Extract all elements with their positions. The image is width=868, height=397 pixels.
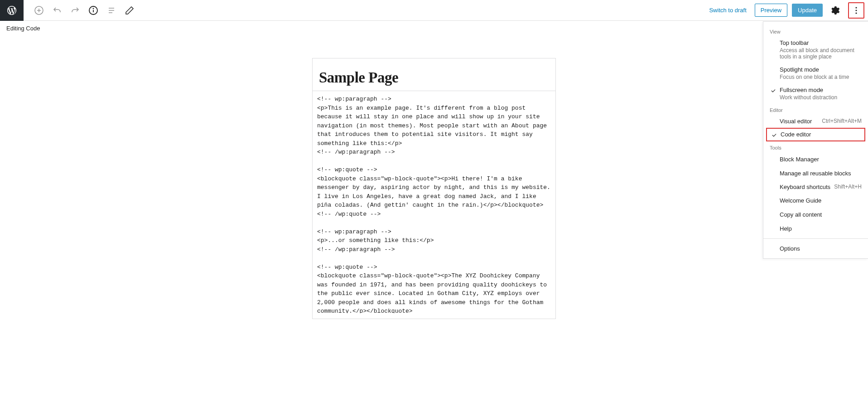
info-icon — [88, 5, 99, 16]
svg-point-10 — [855, 10, 857, 11]
top-toolbar: Switch to draft Preview Update — [0, 0, 868, 21]
pencil-icon — [124, 5, 135, 16]
more-options-button[interactable] — [848, 2, 864, 19]
preview-button[interactable]: Preview — [755, 4, 787, 17]
toolbar-right-group: Switch to draft Preview Update — [705, 2, 868, 19]
gear-icon — [830, 5, 841, 16]
svg-point-11 — [855, 12, 857, 14]
view-section-label: View — [763, 25, 868, 35]
settings-button[interactable] — [827, 2, 844, 19]
svg-point-5 — [93, 8, 94, 9]
switch-to-draft-button[interactable]: Switch to draft — [705, 4, 750, 16]
editor-canvas: Sample Page <!-- wp:paragraph --> <p>Thi… — [0, 22, 868, 35]
wordpress-icon — [6, 5, 17, 16]
update-button[interactable]: Update — [792, 4, 823, 17]
add-block-button[interactable] — [31, 2, 47, 19]
info-button[interactable] — [85, 2, 101, 19]
undo-icon — [52, 5, 63, 16]
undo-button[interactable] — [49, 2, 65, 19]
edit-button[interactable] — [121, 2, 138, 19]
wordpress-logo[interactable] — [0, 0, 24, 21]
more-options-dropdown: View Top toolbar Access all block and do… — [763, 21, 868, 35]
plus-circle-icon — [34, 5, 44, 16]
list-icon — [106, 5, 117, 16]
toolbar-left-group — [24, 2, 138, 19]
dots-vertical-icon — [851, 5, 862, 16]
outline-button[interactable] — [103, 2, 120, 19]
redo-icon — [70, 5, 81, 16]
redo-button[interactable] — [67, 2, 83, 19]
svg-point-9 — [855, 7, 857, 8]
